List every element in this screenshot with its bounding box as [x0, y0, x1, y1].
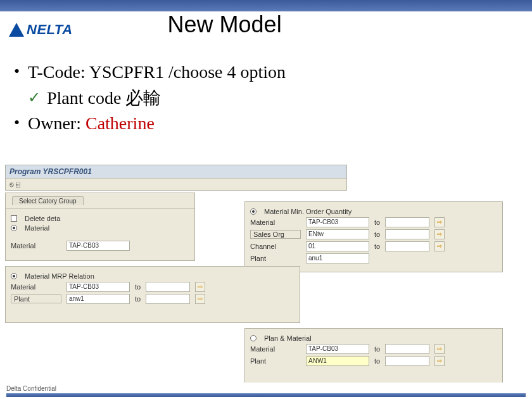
r1-v2[interactable] [385, 229, 429, 239]
right-radio-label: Material Min. Order Quantity [264, 208, 352, 215]
r2-to: to [374, 243, 380, 250]
bullet-owner: Owner: Catherine [28, 111, 532, 137]
m1-v1[interactable]: anw1 [66, 294, 130, 304]
m1-to: to [135, 295, 141, 303]
sap-toolbar-icons[interactable]: ⎋ ⍇ [6, 178, 346, 190]
r2-range-icon[interactable]: ⇨ [434, 241, 445, 251]
b0-v1[interactable]: TAP-CB03 [306, 344, 369, 354]
owner-name: Catherine [86, 113, 155, 133]
mid-radio-label: Material MRP Relation [25, 272, 94, 280]
bullet-list: T-Code: YSCPFR1 /choose 4 option ✓ Plant… [0, 56, 532, 137]
r3-v1[interactable]: anu1 [306, 253, 369, 263]
logo-text: NELTA [27, 22, 73, 38]
panel-min-order-qty: Material Min. Order Quantity Material TA… [244, 201, 503, 272]
r0-v1[interactable]: TAP-CB03 [306, 217, 369, 227]
check-icon: ✓ [28, 87, 41, 109]
delete-label: Delete deta [25, 215, 60, 222]
r2-v1[interactable]: 01 [306, 241, 369, 251]
sap-program-title: Program YRSCPFR001 [6, 165, 346, 178]
b0-to: to [374, 345, 380, 353]
b0-range-icon[interactable]: ⇨ [434, 344, 445, 354]
b0-v2[interactable] [385, 344, 429, 354]
b1-v1[interactable]: ANW1 [306, 356, 369, 366]
r1-range-icon[interactable]: ⇨ [434, 229, 445, 239]
right-radio[interactable] [250, 208, 256, 215]
m0-range-icon[interactable]: ⇨ [195, 282, 205, 292]
r1-v1[interactable]: ENtw [306, 229, 369, 239]
bullet-tcode-value: YSCPFR1 /choose 4 option [89, 62, 286, 82]
bullet-tcode: T-Code: YSCPFR1 /choose 4 option ✓ Plant… [28, 60, 532, 111]
material-radio-label: Material [25, 224, 49, 232]
b1-label: Plant [250, 357, 301, 365]
slide-title: New Model [168, 11, 282, 38]
r0-to: to [374, 218, 380, 226]
left-material-label: Material [11, 242, 61, 250]
panel-plan-material: Plan & Material Material TAP-CB03 to ⇨ P… [244, 328, 503, 385]
r0-range-icon[interactable]: ⇨ [434, 217, 445, 227]
owner-prefix: Owner: [28, 113, 86, 133]
footer: Delta Confidential [0, 383, 532, 399]
m0-v2[interactable] [146, 282, 190, 292]
b1-range-icon[interactable]: ⇨ [434, 356, 445, 366]
m1-range-icon[interactable]: ⇨ [195, 294, 205, 304]
m1-v2[interactable] [146, 294, 190, 304]
r2-v2[interactable] [385, 241, 429, 251]
panel-left-tab[interactable]: Select Catory Group [12, 196, 84, 205]
bottom-radio[interactable] [250, 335, 256, 341]
top-accent-bar [0, 0, 532, 11]
material-radio[interactable] [11, 225, 17, 231]
r2-label: Channel [250, 243, 301, 250]
footer-text: Delta Confidential [6, 385, 56, 392]
r1-to: to [374, 231, 380, 238]
mid-radio[interactable] [11, 273, 17, 279]
b1-to: to [374, 357, 380, 365]
sap-program-header: Program YRSCPFR001 ⎋ ⍇ [5, 165, 347, 191]
panel-select-category: Select Catory Group Delete deta Material… [5, 193, 195, 261]
m0-to: to [135, 283, 141, 291]
r0-label: Material [250, 218, 301, 226]
logo-triangle-icon [9, 23, 24, 37]
b0-label: Material [250, 345, 301, 353]
r3-label: Plant [250, 255, 301, 262]
header-row: NELTA New Model [0, 11, 532, 38]
b1-v2[interactable] [385, 356, 429, 366]
bottom-radio-label: Plan & Material [264, 334, 312, 342]
r1-label[interactable]: Sales Org [250, 230, 301, 239]
delete-checkbox[interactable] [11, 215, 17, 222]
delta-logo: NELTA [9, 22, 73, 38]
footer-accent-bar [6, 393, 526, 397]
m1-label[interactable]: Plant [11, 294, 61, 303]
m0-v1[interactable]: TAP-CB03 [66, 282, 130, 292]
sub-bullet-plant: ✓ Plant code 必輸 [28, 86, 532, 111]
sub-bullet-text: Plant code 必輸 [47, 88, 161, 108]
bullet-tcode-prefix: T-Code: [28, 62, 89, 82]
m0-label: Material [11, 283, 61, 291]
left-material-input[interactable]: TAP-CB03 [66, 241, 130, 251]
panel-mrp-relation: Material MRP Relation Material TAP-CB03 … [5, 266, 300, 323]
r0-v2[interactable] [385, 217, 429, 227]
